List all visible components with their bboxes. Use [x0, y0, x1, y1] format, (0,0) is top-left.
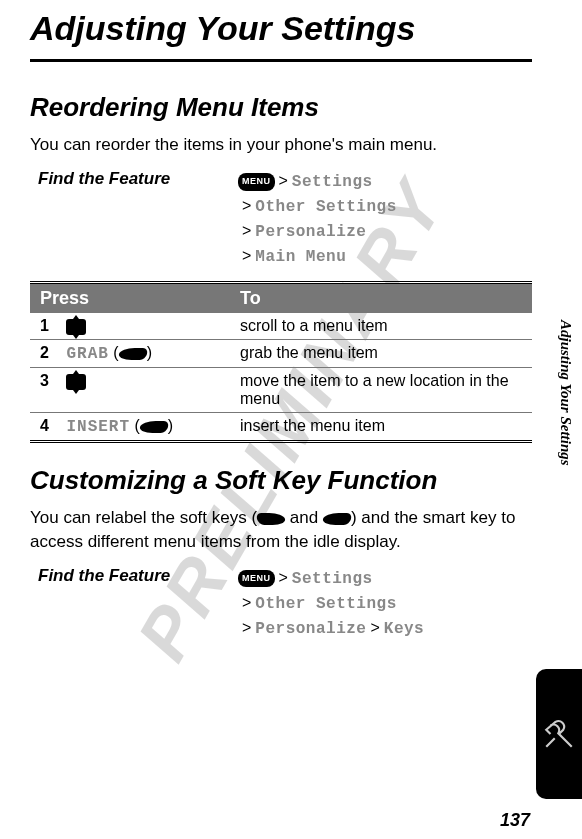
section1-intro: You can reorder the items in your phone'…	[30, 133, 532, 157]
table-row: 2 GRAB () grab the menu item	[30, 340, 532, 368]
section-heading-softkey: Customizing a Soft Key Function	[30, 465, 532, 496]
path-item: Other Settings	[255, 595, 396, 613]
path-item: Keys	[384, 620, 424, 638]
section2-intro: You can relabel the soft keys ( and ) an…	[30, 506, 532, 554]
soft-key-right-icon	[138, 421, 169, 433]
path-separator: >	[238, 197, 255, 214]
path-separator: >	[238, 594, 255, 611]
side-running-head: Adjusting Your Settings	[557, 320, 574, 466]
steps-table: Press To 1 scroll to a menu item 2 GRAB …	[30, 281, 532, 443]
path-item: Settings	[292, 570, 373, 588]
wrench-screwdriver-icon	[542, 717, 576, 751]
section-heading-reordering: Reordering Menu Items	[30, 92, 532, 123]
step-number: 4	[40, 417, 62, 435]
find-feature-block-2: Find the Feature MENU>Settings >Other Se…	[30, 566, 532, 641]
step-action: grab the menu item	[230, 340, 532, 368]
intro-text-b: and	[285, 508, 323, 527]
intro-text-a: You can relabel the soft keys (	[30, 508, 257, 527]
table-header-to: To	[230, 283, 532, 314]
path-item: Personalize	[255, 620, 366, 638]
page-content: Adjusting Your Settings Reordering Menu …	[0, 0, 582, 663]
step-number: 1	[40, 317, 62, 335]
feature-path-2: MENU>Settings >Other Settings >Personali…	[238, 566, 424, 641]
table-header-press: Press	[30, 283, 230, 314]
path-separator: >	[238, 247, 255, 264]
path-item: Settings	[292, 173, 373, 191]
step-action: scroll to a menu item	[230, 313, 532, 340]
path-separator: >	[275, 569, 292, 586]
find-feature-label: Find the Feature	[38, 169, 238, 189]
path-separator: >	[238, 619, 255, 636]
path-item: Main Menu	[255, 248, 346, 266]
key-label: GRAB	[66, 345, 108, 363]
step-number: 3	[40, 372, 62, 390]
table-row: 3 move the item to a new location in the…	[30, 368, 532, 413]
soft-key-right-icon	[321, 513, 352, 525]
page-number: 137	[500, 810, 530, 831]
path-separator: >	[238, 222, 255, 239]
side-band: Adjusting Your Settings	[534, 0, 582, 839]
scroll-key-icon	[66, 319, 86, 335]
soft-key-left-icon	[256, 513, 287, 525]
table-row: 4 INSERT () insert the menu item	[30, 413, 532, 442]
step-action: move the item to a new location in the m…	[230, 368, 532, 413]
key-label: INSERT	[66, 418, 130, 436]
path-separator: >	[366, 619, 383, 636]
soft-key-right-icon	[117, 348, 148, 360]
menu-key-icon: MENU	[238, 173, 275, 191]
find-feature-block-1: Find the Feature MENU>Settings >Other Se…	[30, 169, 532, 269]
path-item: Other Settings	[255, 198, 396, 216]
path-item: Personalize	[255, 223, 366, 241]
feature-path-1: MENU>Settings >Other Settings >Personali…	[238, 169, 397, 269]
scroll-key-icon	[66, 374, 86, 390]
path-separator: >	[275, 172, 292, 189]
menu-key-icon: MENU	[238, 570, 275, 588]
step-number: 2	[40, 344, 62, 362]
step-action: insert the menu item	[230, 413, 532, 442]
find-feature-label: Find the Feature	[38, 566, 238, 586]
table-row: 1 scroll to a menu item	[30, 313, 532, 340]
page-title: Adjusting Your Settings	[30, 10, 532, 62]
side-icon-box	[536, 669, 582, 799]
